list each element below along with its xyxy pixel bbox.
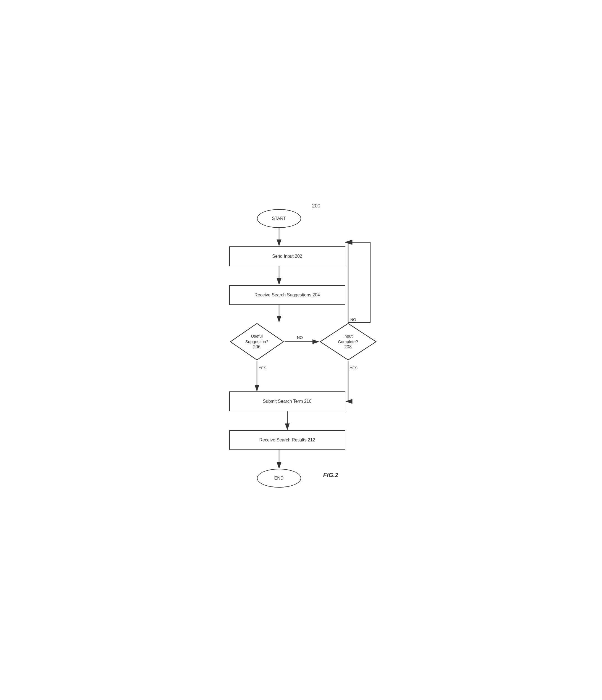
send-input-node: Send Input 202 (229, 246, 345, 266)
input-complete-node: Input Complete?208 (319, 322, 377, 361)
flowchart-diagram: 200 START Send Input 202 Receive Search … (204, 198, 398, 502)
start-label: START (272, 216, 286, 222)
receive-results-node: Receive Search Results 212 (229, 430, 345, 450)
receive-results-label: Receive Search Results 212 (259, 437, 315, 443)
useful-suggestion-label: UsefulSuggestion?206 (245, 333, 268, 350)
receive-suggestions-label: Receive Search Suggestions 204 (254, 292, 320, 298)
useful-suggestion-node: UsefulSuggestion?206 (229, 322, 284, 361)
yes2-label: YES (350, 366, 357, 370)
submit-search-node: Submit Search Term 210 (229, 392, 345, 411)
yes1-label: YES (258, 366, 266, 370)
receive-suggestions-node: Receive Search Suggestions 204 (229, 285, 345, 305)
end-label: END (274, 475, 284, 481)
send-input-label: Send Input 202 (272, 253, 302, 259)
input-complete-label: Input Complete?208 (333, 333, 362, 350)
submit-search-label: Submit Search Term 210 (263, 398, 311, 404)
start-node: START (257, 209, 301, 228)
end-node: END (257, 469, 301, 488)
no2-label: NO (350, 318, 356, 322)
figure-label: FIG.2 (323, 472, 338, 479)
no1-label: NO (297, 335, 303, 340)
diagram-number: 200 (312, 203, 321, 209)
